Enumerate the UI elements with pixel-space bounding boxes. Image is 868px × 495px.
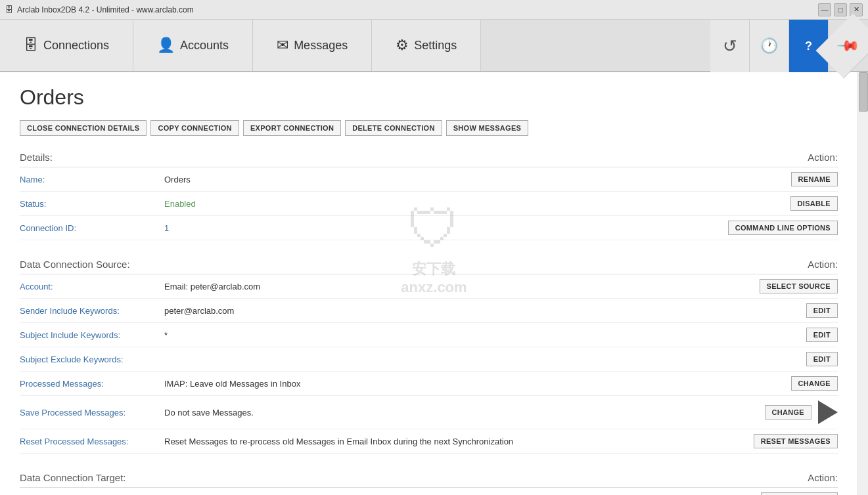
delete-connection-btn[interactable]: DELETE CONNECTION xyxy=(345,120,442,136)
processed-messages-row: Processed Messages: IMAP: Leave old Mess… xyxy=(20,372,838,396)
sender-include-row: Sender Include Keywords: peter@arclab.co… xyxy=(20,299,838,323)
close-connection-btn[interactable]: CLOSE CONNECTION DETAILS xyxy=(20,120,147,136)
title-bar: 🗄 Arclab Inbox2DB 4.2 - Unlimited - www.… xyxy=(0,0,868,20)
select-source-btn[interactable]: SELECT SOURCE xyxy=(760,279,838,293)
data-target-title: Data Connection Target: xyxy=(20,472,126,483)
save-change-btn[interactable]: CHANGE xyxy=(765,405,811,420)
reset-processed-row: Reset Processed Messages: Reset Messages… xyxy=(20,429,838,454)
nav-accounts-label: Accounts xyxy=(180,39,229,53)
processed-messages-action: CHANGE xyxy=(720,376,838,391)
minimize-btn[interactable]: — xyxy=(818,3,831,16)
rename-btn[interactable]: RENAME xyxy=(791,172,838,186)
details-title: Details: xyxy=(20,152,53,163)
account-action: SELECT SOURCE xyxy=(720,279,838,293)
nav-connections-label: Connections xyxy=(43,39,109,53)
select-target-btn[interactable]: SELECT TARGET xyxy=(761,492,838,495)
maximize-btn[interactable]: □ xyxy=(834,3,847,16)
cmd-options-btn[interactable]: COMMAND LINE OPTIONS xyxy=(728,221,838,235)
main-content: 🛡 安下载anxz.com Orders CLOSE CONNECTION DE… xyxy=(0,72,857,495)
name-action: RENAME xyxy=(720,172,838,186)
reset-messages-btn[interactable]: RESET MESSAGES xyxy=(754,434,838,448)
title-bar-controls[interactable]: — □ ✕ xyxy=(818,3,863,16)
name-value: Orders xyxy=(164,175,720,184)
connection-id-action: COMMAND LINE OPTIONS xyxy=(720,221,838,235)
nav-actions: ↺ 🕐 ? 📌 xyxy=(710,20,868,71)
status-action: DISABLE xyxy=(720,196,838,211)
save-processed-value: Do not save Messages. xyxy=(164,408,720,418)
target-connect-action: SELECT TARGET xyxy=(720,492,838,495)
arrow-indicator xyxy=(818,400,838,424)
nav-connections[interactable]: 🗄 Connections xyxy=(0,20,133,71)
connection-id-row: Connection ID: 1 COMMAND LINE OPTIONS xyxy=(20,216,838,240)
nav-settings-label: Settings xyxy=(414,39,457,53)
details-header: Details: Action: xyxy=(20,152,838,167)
settings-icon: ⚙ xyxy=(396,37,409,54)
status-value: Enabled xyxy=(164,199,720,209)
sender-include-label: Sender Include Keywords: xyxy=(20,306,164,316)
data-source-action-title: Action: xyxy=(808,259,838,270)
subject-exclude-row: Subject Exclude Keywords: EDIT xyxy=(20,347,838,372)
name-label: Name: xyxy=(20,175,164,184)
processed-messages-label: Processed Messages: xyxy=(20,379,164,389)
app-icon: 🗄 xyxy=(5,5,13,14)
history-btn[interactable]: 🕐 xyxy=(750,20,789,72)
show-messages-btn[interactable]: SHOW MESSAGES xyxy=(446,120,529,136)
reset-processed-action: RESET MESSAGES xyxy=(720,434,838,448)
nav-messages-label: Messages xyxy=(294,39,348,53)
account-value: Email: peter@arclab.com xyxy=(164,282,720,291)
copy-connection-btn[interactable]: COPY CONNECTION xyxy=(150,120,239,136)
account-label: Account: xyxy=(20,282,164,291)
details-section: Details: Action: Name: Orders RENAME Sta… xyxy=(20,152,838,240)
data-target-action-title: Action: xyxy=(808,472,838,483)
data-target-header: Data Connection Target: Action: xyxy=(20,472,838,488)
data-target-section: Data Connection Target: Action: Target C… xyxy=(20,472,838,495)
subject-exclude-label: Subject Exclude Keywords: xyxy=(20,355,164,364)
processed-change-btn[interactable]: CHANGE xyxy=(791,376,838,391)
accounts-icon: 👤 xyxy=(157,37,175,54)
subject-include-action: EDIT xyxy=(720,328,838,342)
save-processed-row: Save Processed Messages: Do not save Mes… xyxy=(20,396,838,429)
subject-include-value: * xyxy=(164,330,720,340)
data-source-header: Data Connection Source: Action: xyxy=(20,259,838,274)
sender-include-action: EDIT xyxy=(720,303,838,318)
subject-include-row: Subject Include Keywords: * EDIT xyxy=(20,323,838,347)
nav-messages[interactable]: ✉ Messages xyxy=(253,20,372,71)
subject-include-edit-btn[interactable]: EDIT xyxy=(806,328,838,342)
data-source-section: Data Connection Source: Action: Account:… xyxy=(20,259,838,454)
save-processed-action: CHANGE xyxy=(720,400,838,424)
navbar: 🗄 Connections 👤 Accounts ✉ Messages ⚙ Se… xyxy=(0,20,868,72)
target-connect-row: Target Connect String: DRIVER={Microsoft… xyxy=(20,488,838,495)
sender-include-value: peter@arclab.com xyxy=(164,306,720,316)
subject-exclude-edit-btn[interactable]: EDIT xyxy=(806,352,838,366)
status-label: Status: xyxy=(20,199,164,209)
status-row: Status: Enabled DISABLE xyxy=(20,192,838,216)
name-row: Name: Orders RENAME xyxy=(20,167,838,192)
sender-edit-btn[interactable]: EDIT xyxy=(806,303,838,318)
reset-processed-label: Reset Processed Messages: xyxy=(20,437,164,446)
title-bar-left: 🗄 Arclab Inbox2DB 4.2 - Unlimited - www.… xyxy=(5,5,194,14)
scrollbar-track[interactable] xyxy=(857,72,868,495)
nav-settings[interactable]: ⚙ Settings xyxy=(372,20,481,71)
messages-icon: ✉ xyxy=(277,37,288,54)
page-title: Orders xyxy=(20,85,838,110)
action-buttons-row: CLOSE CONNECTION DETAILS COPY CONNECTION… xyxy=(20,120,838,136)
account-row: Account: Email: peter@arclab.com SELECT … xyxy=(20,274,838,299)
nav-spacer xyxy=(481,20,710,71)
subject-exclude-action: EDIT xyxy=(720,352,838,366)
nav-accounts[interactable]: 👤 Accounts xyxy=(133,20,253,71)
title-bar-text: Arclab Inbox2DB 4.2 - Unlimited - www.ar… xyxy=(17,5,194,14)
export-connection-btn[interactable]: EXPORT CONNECTION xyxy=(243,120,341,136)
scrollbar-thumb[interactable] xyxy=(859,72,868,112)
save-processed-label: Save Processed Messages: xyxy=(20,408,164,418)
refresh-btn[interactable]: ↺ xyxy=(710,20,750,72)
details-action-title: Action: xyxy=(808,152,838,163)
connection-id-value: 1 xyxy=(164,223,720,233)
data-source-title: Data Connection Source: xyxy=(20,259,130,270)
connection-id-label: Connection ID: xyxy=(20,223,164,233)
reset-processed-value: Reset Messages to re-process old Message… xyxy=(164,437,720,446)
subject-include-label: Subject Include Keywords: xyxy=(20,330,164,340)
disable-btn[interactable]: DISABLE xyxy=(790,196,838,211)
content-wrapper: 🛡 安下载anxz.com Orders CLOSE CONNECTION DE… xyxy=(0,72,868,495)
connections-icon: 🗄 xyxy=(24,37,38,54)
processed-messages-value: IMAP: Leave old Messages in Inbox xyxy=(164,379,720,389)
